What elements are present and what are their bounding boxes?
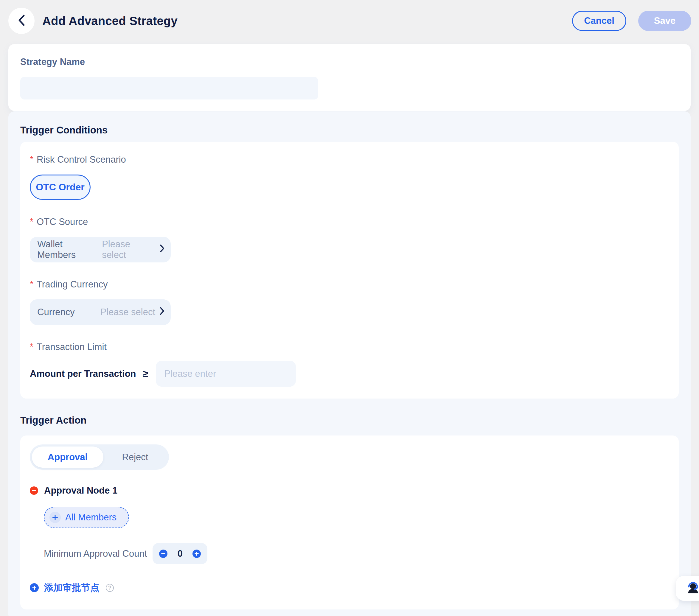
select-name: Wallet Members [37,239,102,260]
stepper-minus-icon[interactable] [159,550,168,558]
trigger-action-card: Approval Reject Approval Node 1 All Memb… [20,436,679,610]
field-label-text: OTC Source [37,216,88,227]
headset-icon [685,580,699,597]
approval-node-title: Approval Node 1 [44,485,117,496]
approval-count-stepper: 0 [153,543,207,564]
back-button[interactable] [8,8,35,34]
chevron-right-icon [159,244,165,255]
header-actions: Cancel Save [572,11,691,31]
transaction-limit-label: * Transaction Limit [30,342,667,352]
plus-icon [50,512,61,523]
back-chevron-icon [17,14,25,28]
transaction-limit-group: * Transaction Limit Amount per Transacti… [30,342,667,387]
strategy-name-input[interactable] [20,77,318,99]
currency-select[interactable]: Currency Please select [30,299,171,325]
strategy-name-label: Strategy Name [20,57,679,67]
page: { "ui": { "required_marker": "*" }, "col… [0,0,699,616]
all-members-label: All Members [65,512,117,523]
add-node-plus-icon[interactable] [30,583,39,592]
remove-node-minus-icon[interactable] [30,486,38,495]
trigger-action-heading: Trigger Action [20,415,679,426]
field-label-text: Risk Control Scenario [37,154,126,165]
chevron-right-icon [159,307,165,318]
approval-node-header: Approval Node 1 [30,485,667,496]
tab-reject[interactable]: Reject [103,452,167,463]
help-icon[interactable]: ? [106,584,114,592]
select-placeholder: Please select [102,239,155,260]
risk-control-scenario-group: * Risk Control Scenario OTC Order [30,154,667,200]
amount-per-transaction-label: Amount per Transaction [30,369,136,379]
minimum-approval-label: Minimum Approval Count [44,548,147,559]
amount-per-transaction-row: Amount per Transaction ≥ [30,361,667,387]
trigger-conditions-heading: Trigger Conditions [20,124,679,136]
all-members-button[interactable]: All Members [44,507,129,528]
form-panel: Trigger Conditions * Risk Control Scenar… [8,111,691,616]
page-header: Add Advanced Strategy Cancel Save [0,0,699,42]
minimum-approval-row: Minimum Approval Count 0 [44,543,667,564]
required-asterisk: * [30,154,34,165]
tab-approval[interactable]: Approval [32,446,103,468]
stepper-plus-icon[interactable] [193,550,201,558]
customer-support-fab[interactable] [676,576,699,601]
save-button[interactable]: Save [638,11,691,31]
strategy-name-card: Strategy Name [8,44,691,111]
cancel-button[interactable]: Cancel [572,11,626,31]
trading-currency-group: * Trading Currency Currency Please selec… [30,279,667,325]
add-approval-node-row: 添加审批节点 ? [30,581,667,594]
otc-source-group: * OTC Source Wallet Members Please selec… [30,216,667,263]
select-placeholder: Please select [101,307,155,318]
approval-count-value: 0 [177,548,183,559]
add-approval-node-label[interactable]: 添加审批节点 [44,581,100,594]
wallet-members-select[interactable]: Wallet Members Please select [30,237,171,263]
page-title: Add Advanced Strategy [42,14,177,28]
amount-input[interactable] [156,361,296,387]
risk-control-scenario-label: * Risk Control Scenario [30,154,667,165]
action-tabs: Approval Reject [30,444,169,470]
otc-source-label: * OTC Source [30,216,667,227]
field-label-text: Transaction Limit [37,342,107,352]
select-name: Currency [37,307,75,318]
required-asterisk: * [30,216,34,227]
otc-order-option[interactable]: OTC Order [30,175,91,200]
greater-equal-symbol: ≥ [143,368,148,379]
trigger-conditions-card: * Risk Control Scenario OTC Order * OTC … [20,142,679,399]
field-label-text: Trading Currency [37,279,108,290]
approval-node-body: All Members Minimum Approval Count 0 [34,498,667,577]
required-asterisk: * [30,279,34,290]
required-asterisk: * [30,342,34,352]
trading-currency-label: * Trading Currency [30,279,667,290]
